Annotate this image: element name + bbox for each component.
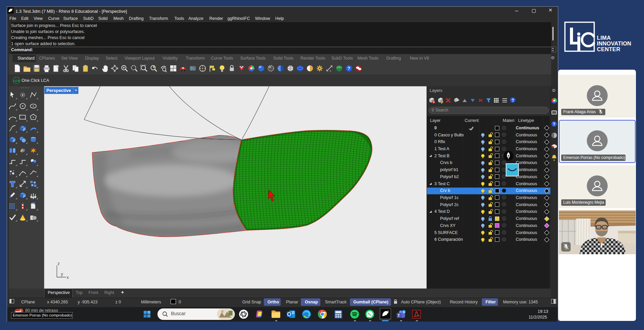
svg-text:z: z	[58, 261, 60, 266]
svg-text:LIMA: LIMA	[597, 35, 611, 41]
svg-text:?: ?	[553, 122, 555, 127]
svg-text:?: ?	[512, 98, 514, 103]
svg-text:LCA: LCA	[13, 79, 20, 82]
svg-text:INNOVATION: INNOVATION	[597, 40, 631, 46]
svg-text:CENTER: CENTER	[597, 46, 620, 52]
svg-text:x: x	[67, 275, 69, 280]
svg-text:8: 8	[387, 310, 389, 313]
svg-text:3: 3	[403, 310, 405, 314]
svg-text:y: y	[61, 271, 63, 276]
svg-text:1: 1	[330, 70, 331, 72]
svg-text:T: T	[398, 314, 400, 318]
svg-text:8: 8	[12, 8, 13, 10]
svg-text:?: ?	[348, 66, 351, 71]
